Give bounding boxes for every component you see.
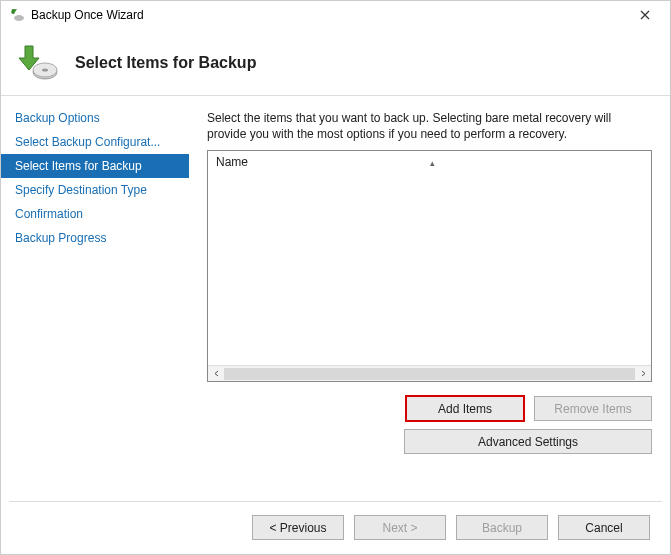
wizard-footer: < Previous Next > Backup Cancel <box>252 515 650 540</box>
horizontal-scrollbar[interactable] <box>208 365 651 381</box>
item-buttons-row: Add Items Remove Items <box>207 396 652 421</box>
footer-divider <box>9 501 662 502</box>
wizard-header: Select Items for Backup <box>1 29 670 95</box>
backup-icon <box>17 42 59 84</box>
advanced-settings-button[interactable]: Advanced Settings <box>404 429 652 454</box>
remove-items-button: Remove Items <box>534 396 652 421</box>
sidebar-item-destination-type[interactable]: Specify Destination Type <box>1 178 189 202</box>
sidebar-item-backup-progress[interactable]: Backup Progress <box>1 226 189 250</box>
list-body[interactable] <box>208 173 651 365</box>
backup-button: Backup <box>456 515 548 540</box>
titlebar: Backup Once Wizard <box>1 1 670 29</box>
sidebar-item-select-items[interactable]: Select Items for Backup <box>1 154 189 178</box>
window-title: Backup Once Wizard <box>31 8 144 22</box>
sort-indicator-icon: ▴ <box>430 158 435 168</box>
next-button: Next > <box>354 515 446 540</box>
column-header-name[interactable]: Name ▴ <box>216 155 643 169</box>
cancel-button[interactable]: Cancel <box>558 515 650 540</box>
close-button[interactable] <box>628 3 662 27</box>
page-title: Select Items for Backup <box>75 54 256 72</box>
main-panel: Select the items that you want to back u… <box>189 96 670 496</box>
sidebar-item-select-backup-config[interactable]: Select Backup Configurat... <box>1 130 189 154</box>
instruction-text: Select the items that you want to back u… <box>207 110 652 142</box>
svg-point-0 <box>14 15 24 21</box>
list-header[interactable]: Name ▴ <box>208 151 651 173</box>
sidebar-item-backup-options[interactable]: Backup Options <box>1 106 189 130</box>
content-area: Backup Options Select Backup Configurat.… <box>1 96 670 496</box>
scroll-track[interactable] <box>224 368 635 380</box>
svg-point-3 <box>42 69 48 72</box>
wizard-steps-sidebar: Backup Options Select Backup Configurat.… <box>1 96 189 496</box>
sidebar-item-confirmation[interactable]: Confirmation <box>1 202 189 226</box>
add-items-button[interactable]: Add Items <box>406 396 524 421</box>
scroll-right-icon[interactable] <box>635 366 651 382</box>
app-icon <box>9 7 25 23</box>
previous-button[interactable]: < Previous <box>252 515 344 540</box>
column-header-label: Name <box>216 155 248 169</box>
advanced-buttons-row: Advanced Settings <box>207 429 652 454</box>
items-list-panel: Name ▴ <box>207 150 652 382</box>
scroll-left-icon[interactable] <box>208 366 224 382</box>
